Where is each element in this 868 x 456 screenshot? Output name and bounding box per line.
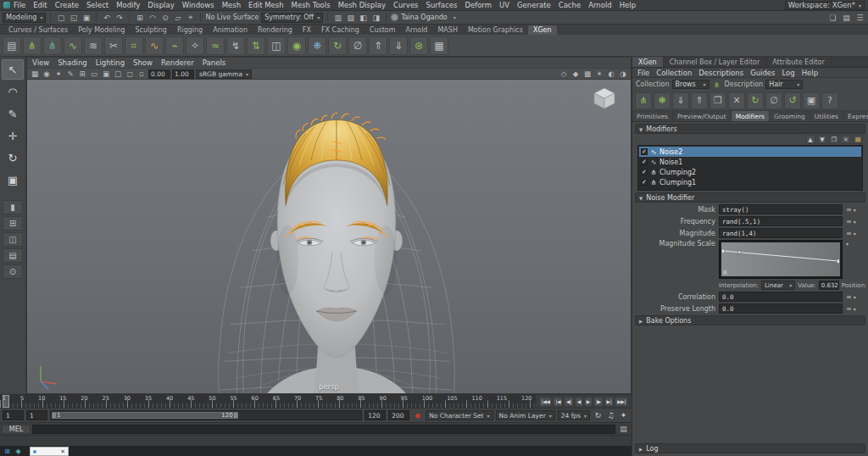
- shelf-icon[interactable]: ❋: [308, 36, 326, 55]
- snap-icon[interactable]: ◠: [147, 12, 158, 23]
- shelf-tab[interactable]: Poly Modeling: [73, 25, 130, 35]
- menu-item[interactable]: Mesh Display: [338, 1, 386, 9]
- magnitude-field[interactable]: rand(1,4): [719, 228, 843, 238]
- shelf-icon[interactable]: ↯: [226, 36, 245, 55]
- script-editor-icon[interactable]: ▤: [617, 425, 630, 433]
- auto-key-icon[interactable]: ◆: [412, 411, 423, 420]
- shelf-icon[interactable]: ⋔: [23, 36, 42, 55]
- shelf-icon[interactable]: ⇅: [247, 36, 265, 55]
- sidebar-tab[interactable]: Attribute Editor: [766, 57, 832, 67]
- snap-icon[interactable]: ⊙: [159, 12, 170, 23]
- map-menu-icon[interactable]: [846, 305, 852, 313]
- viewport-icon[interactable]: ▫: [136, 70, 147, 78]
- viewport-icon[interactable]: ◆: [570, 70, 581, 78]
- render-icon[interactable]: ◧: [358, 12, 369, 23]
- description-dropdown[interactable]: Hair: [765, 80, 803, 89]
- viewport-icon[interactable]: ✦: [53, 70, 64, 78]
- fps-dropdown[interactable]: 24 fps: [558, 410, 590, 420]
- animation-end-field[interactable]: 200: [388, 410, 409, 420]
- menu-item[interactable]: Mesh: [222, 1, 241, 9]
- time-slider[interactable]: 1510152025303540455055606570758085909510…: [0, 395, 535, 408]
- xgen-toolbar-icon[interactable]: ?: [821, 92, 838, 109]
- xgen-tab[interactable]: Utilities: [810, 111, 843, 121]
- tool-button[interactable]: ↻: [2, 147, 24, 168]
- xgen-toolbar-icon[interactable]: ❋: [654, 92, 670, 109]
- layout-button[interactable]: ◫: [3, 232, 23, 247]
- xgen-tab[interactable]: Modifiers: [732, 111, 770, 121]
- panel-menu-item[interactable]: Lighting: [96, 58, 125, 67]
- render-icon[interactable]: ▥: [332, 12, 343, 23]
- menu-item[interactable]: File: [14, 1, 25, 9]
- xgen-menu-item[interactable]: Log: [782, 69, 795, 77]
- animation-start-field[interactable]: 1: [3, 410, 24, 420]
- frequency-field[interactable]: rand(.5,1): [719, 216, 843, 226]
- shelf-icon[interactable]: ↻: [328, 36, 347, 55]
- viewport-icon[interactable]: ⊞: [77, 70, 87, 78]
- anim-layer-dropdown[interactable]: No Anim Layer: [496, 410, 555, 420]
- current-frame-marker[interactable]: [3, 395, 9, 408]
- viewport-icon[interactable]: ✎: [65, 70, 75, 78]
- playback-button[interactable]: ▶|: [604, 397, 615, 407]
- no-live-surface-label[interactable]: No Live Surface: [205, 14, 259, 21]
- taskbar-icon[interactable]: ◈: [14, 447, 23, 456]
- modifier-list-icon[interactable]: ▼: [817, 135, 827, 144]
- tool-button[interactable]: ▣: [2, 170, 24, 190]
- taskbar-popup[interactable]: ✕: [30, 447, 69, 456]
- shelf-tab[interactable]: Rendering: [253, 25, 298, 35]
- snap-icon[interactable]: ⌖: [185, 12, 196, 23]
- sidebar-tab[interactable]: XGen: [632, 57, 664, 67]
- tool-button[interactable]: ↖: [2, 59, 24, 80]
- playback-option-icon[interactable]: ♫: [605, 411, 616, 420]
- xgen-toolbar-icon[interactable]: ❐: [709, 92, 726, 109]
- shelf-tab[interactable]: MASH: [432, 25, 462, 35]
- layout-button[interactable]: ⊙: [3, 264, 23, 279]
- menu-item[interactable]: Create: [55, 1, 79, 9]
- workspace-selector[interactable]: Workspace: XGen*: [785, 1, 865, 10]
- layout-button[interactable]: ▤: [3, 248, 23, 263]
- modifier-list-icon[interactable]: ▲: [805, 135, 815, 144]
- account-menu[interactable]: Taina Ogando: [391, 14, 456, 21]
- xgen-tab[interactable]: Expressions: [843, 111, 868, 121]
- snap-icon[interactable]: ▱: [172, 12, 183, 23]
- chevron-down-icon[interactable]: [854, 305, 856, 313]
- xgen-tab[interactable]: Grooming: [770, 111, 810, 121]
- menu-item[interactable]: Windows: [182, 1, 214, 9]
- xgen-toolbar-icon[interactable]: ✕: [728, 92, 745, 109]
- panel-menu-item[interactable]: Show: [133, 58, 153, 67]
- tool-button[interactable]: ◠: [2, 81, 24, 102]
- playback-option-icon[interactable]: ↻: [593, 411, 604, 420]
- modifiers-section-header[interactable]: Modifiers: [635, 124, 865, 134]
- playback-button[interactable]: ▶: [584, 397, 593, 407]
- xgen-menu-item[interactable]: Descriptions: [698, 69, 743, 77]
- shelf-icon[interactable]: ∿: [145, 36, 164, 55]
- symmetry-dropdown[interactable]: Symmetry: Off: [261, 13, 323, 23]
- menu-item[interactable]: Curves: [393, 1, 419, 9]
- modifier-checkbox[interactable]: [641, 169, 648, 175]
- playback-button[interactable]: ◀|: [564, 397, 574, 407]
- playback-end-field[interactable]: 120: [364, 410, 386, 420]
- sidebar-icon[interactable]: ☰: [854, 12, 865, 23]
- shelf-icon[interactable]: ⊛: [409, 36, 428, 55]
- chevron-down-icon[interactable]: [854, 218, 856, 225]
- menu-item[interactable]: Arnold: [588, 1, 612, 9]
- status-icon[interactable]: ◱: [68, 12, 79, 23]
- xgen-toolbar-icon[interactable]: ▣: [803, 92, 820, 109]
- shelf-icon[interactable]: ⌁: [165, 36, 184, 55]
- viewport-icon[interactable]: ▭: [89, 70, 99, 78]
- menu-item[interactable]: Help: [620, 1, 636, 9]
- xgen-toolbar-icon[interactable]: ↻: [747, 92, 764, 109]
- map-menu-icon[interactable]: [846, 206, 852, 214]
- viewport-icon[interactable]: ◐: [606, 70, 616, 78]
- status-icon[interactable]: ↶: [101, 12, 112, 23]
- playback-button[interactable]: |▶: [593, 397, 604, 407]
- modifier-checkbox[interactable]: [641, 179, 648, 186]
- preserve-length-field[interactable]: 0.0: [719, 303, 843, 314]
- shelf-icon[interactable]: ∿: [64, 36, 82, 55]
- shelf-icon[interactable]: ≋: [84, 36, 103, 55]
- playback-button[interactable]: ▶▶|: [615, 397, 628, 407]
- chevron-down-icon[interactable]: [854, 230, 856, 237]
- map-menu-icon[interactable]: [846, 230, 852, 237]
- menu-item[interactable]: Mesh Tools: [292, 1, 331, 9]
- modifier-list-item[interactable]: ⋔ Clumping2: [639, 167, 861, 177]
- close-icon[interactable]: ✕: [60, 448, 65, 455]
